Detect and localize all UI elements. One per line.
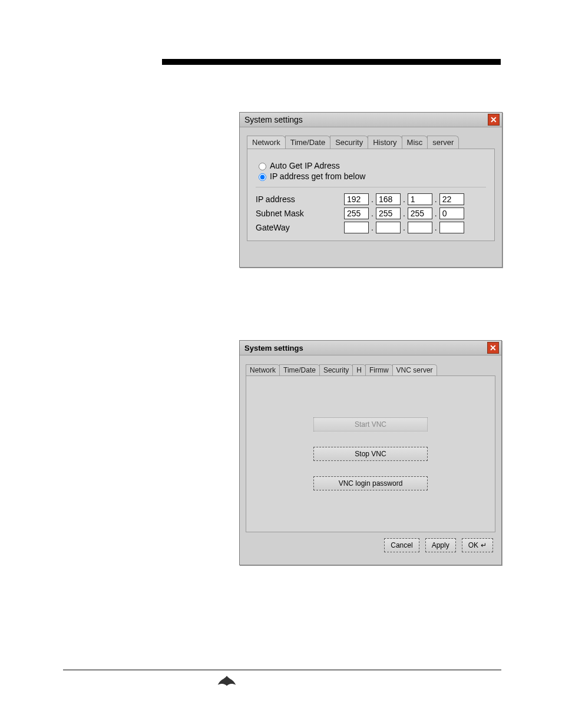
apply-button[interactable]: Apply [425, 538, 456, 552]
gateway-row: GateWay . . . [256, 222, 486, 233]
tab-firmware[interactable]: Firmw [365, 364, 393, 375]
tab-vnc-server[interactable]: VNC server [392, 364, 437, 375]
tab-network[interactable]: Network [247, 136, 286, 149]
gateway-label: GateWay [256, 223, 344, 232]
horizontal-rule-thick [162, 59, 501, 65]
dot: . [403, 195, 405, 204]
tab-time-date[interactable]: Time/Date [279, 364, 320, 375]
gw-oct1[interactable] [344, 222, 369, 233]
network-panel: Auto Get IP Adress IP address get from b… [247, 149, 495, 241]
dot: . [435, 223, 437, 232]
mask-oct3[interactable] [408, 207, 432, 219]
radio-auto-ip[interactable]: Auto Get IP Adress [256, 161, 486, 170]
cancel-button[interactable]: Cancel [384, 538, 419, 552]
dot: . [371, 195, 373, 204]
vnc-panel: Start VNC Stop VNC VNC login password [246, 375, 495, 532]
dot: . [403, 209, 405, 218]
horizontal-rule-thin [63, 670, 501, 670]
subnet-mask-row: Subnet Mask . . . [256, 207, 486, 219]
ip-address-label: IP address [256, 195, 344, 204]
gw-oct4[interactable] [439, 222, 464, 233]
tab-server[interactable]: server [427, 136, 459, 149]
dialog-button-row: Cancel Apply OK ↵ [240, 538, 501, 558]
dialog-title: System settings [244, 344, 303, 353]
mask-oct4[interactable] [439, 207, 464, 219]
subnet-mask-label: Subnet Mask [256, 209, 344, 218]
ip-address-row: IP address . . . [256, 193, 486, 205]
mask-oct1[interactable] [344, 207, 369, 219]
mask-oct2[interactable] [376, 207, 401, 219]
system-settings-dialog-network: System settings ✕ Network Time/Date Secu… [239, 112, 503, 268]
radio-auto-ip-input[interactable] [259, 163, 266, 170]
enter-key-icon: ↵ [481, 541, 487, 549]
radio-auto-ip-label: Auto Get IP Adress [270, 161, 340, 170]
dialog-title: System settings [244, 115, 303, 124]
close-icon[interactable]: ✕ [487, 342, 499, 354]
tabs-row: Network Time/Date Security H Firmw VNC s… [240, 355, 501, 375]
start-vnc-button[interactable]: Start VNC [313, 417, 428, 431]
ip-oct4[interactable] [439, 193, 464, 205]
ok-button-label: OK [468, 541, 478, 549]
dot: . [371, 223, 373, 232]
dot: . [371, 209, 373, 218]
radio-manual-ip-label: IP address get from below [270, 172, 365, 181]
close-icon[interactable]: ✕ [488, 114, 500, 126]
ip-oct2[interactable] [376, 193, 401, 205]
gw-oct2[interactable] [376, 222, 401, 233]
tab-h[interactable]: H [352, 364, 366, 375]
radio-manual-ip[interactable]: IP address get from below [256, 172, 486, 181]
dot: . [403, 223, 405, 232]
ip-oct3[interactable] [408, 193, 432, 205]
tab-time-date[interactable]: Time/Date [285, 136, 330, 149]
system-settings-dialog-vnc: System settings ✕ Network Time/Date Secu… [239, 340, 502, 565]
gw-oct3[interactable] [408, 222, 432, 233]
tab-misc[interactable]: Misc [402, 136, 428, 149]
dot: . [435, 209, 437, 218]
tabs-row: Network Time/Date Security History Misc … [240, 127, 502, 149]
teledyne-logo-icon [217, 674, 237, 687]
tab-history[interactable]: History [368, 136, 402, 149]
tab-security[interactable]: Security [319, 364, 353, 375]
tab-security[interactable]: Security [330, 136, 368, 149]
vnc-login-password-button[interactable]: VNC login password [313, 476, 428, 490]
titlebar: System settings ✕ [240, 113, 502, 127]
radio-manual-ip-input[interactable] [259, 173, 266, 181]
ok-button[interactable]: OK ↵ [462, 538, 493, 552]
stop-vnc-button[interactable]: Stop VNC [313, 447, 428, 461]
ip-oct1[interactable] [344, 193, 369, 205]
ip-grid: IP address . . . Subnet Mask . . . GateW… [256, 187, 486, 233]
dot: . [435, 195, 437, 204]
titlebar: System settings ✕ [240, 341, 501, 355]
tab-network[interactable]: Network [246, 364, 280, 375]
